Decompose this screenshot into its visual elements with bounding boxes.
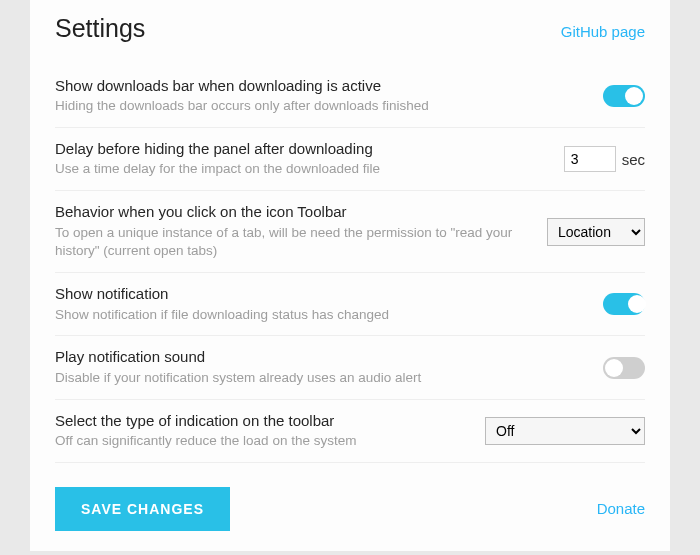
donate-link[interactable]: Donate	[597, 500, 645, 517]
row-behavior: Behavior when you click on the icon Tool…	[55, 191, 645, 273]
indication-label: Select the type of indication on the too…	[55, 411, 473, 431]
delay-label: Delay before hiding the panel after down…	[55, 139, 552, 159]
show-bar-desc: Hiding the downloads bar occurs only aft…	[55, 97, 591, 116]
row-notification: Show notification Show notification if f…	[55, 273, 645, 336]
save-button[interactable]: SAVE CHANGES	[55, 487, 230, 531]
row-indication: Select the type of indication on the too…	[55, 400, 645, 463]
show-bar-toggle[interactable]	[603, 85, 645, 107]
row-delay: Delay before hiding the panel after down…	[55, 128, 645, 191]
behavior-label: Behavior when you click on the icon Tool…	[55, 202, 535, 222]
behavior-select[interactable]: Location	[547, 218, 645, 246]
github-link[interactable]: GitHub page	[561, 23, 645, 40]
notification-desc: Show notification if file downloading st…	[55, 306, 591, 325]
notification-label: Show notification	[55, 284, 591, 304]
sound-toggle[interactable]	[603, 357, 645, 379]
show-bar-label: Show downloads bar when downloading is a…	[55, 76, 591, 96]
row-sound: Play notification sound Disable if your …	[55, 336, 645, 399]
delay-unit: sec	[622, 151, 645, 168]
sound-desc: Disable if your notification system alre…	[55, 369, 591, 388]
indication-desc: Off can significantly reduce the load on…	[55, 432, 473, 451]
page-title: Settings	[55, 14, 145, 43]
delay-desc: Use a time delay for the impact on the d…	[55, 160, 552, 179]
behavior-desc: To open a unique instance of a tab, will…	[55, 224, 535, 262]
notification-toggle[interactable]	[603, 293, 645, 315]
delay-input[interactable]	[564, 146, 616, 172]
row-show-downloads-bar: Show downloads bar when downloading is a…	[55, 65, 645, 128]
indication-select[interactable]: Off	[485, 417, 645, 445]
sound-label: Play notification sound	[55, 347, 591, 367]
